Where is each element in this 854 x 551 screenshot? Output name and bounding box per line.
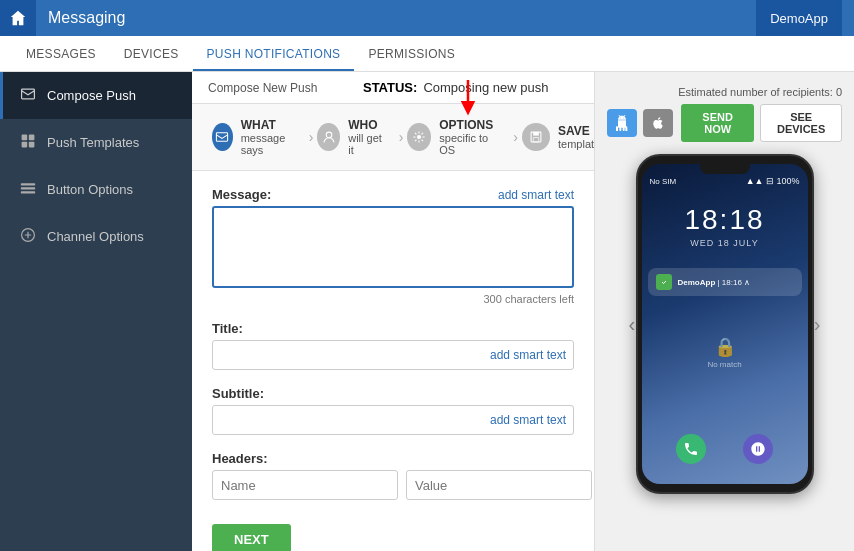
- subtitle-smart-text[interactable]: add smart text: [490, 413, 566, 427]
- compose-push-icon: [19, 86, 37, 105]
- sidebar-item-compose-push[interactable]: Compose Push: [0, 72, 192, 119]
- sidebar: Compose Push Push Templates: [0, 72, 192, 551]
- status-bar: STATUS: Composing new push: [333, 80, 578, 95]
- step-who-text: WHO will get it: [348, 118, 382, 156]
- svg-rect-3: [22, 142, 28, 148]
- phone-screen: No SIM ▲▲ ⊟ 100% 18:18 WED 18 JULY: [642, 164, 808, 484]
- svg-rect-4: [29, 142, 35, 148]
- step-save[interactable]: SAVE template: [522, 119, 594, 155]
- notif-text: DemoApp | 18:16 ∧: [678, 278, 794, 287]
- phone-next-button[interactable]: ›: [810, 305, 825, 344]
- content-area: Compose New Push STATUS: Composing new p…: [192, 72, 594, 551]
- phone-app-icon: [743, 434, 773, 464]
- lock-icon-area: 🔒 No match: [642, 336, 808, 369]
- phone-bottom-icons: [642, 434, 808, 464]
- sidebar-label-channel-options: Channel Options: [47, 229, 144, 244]
- top-header: Messaging DemoApp: [0, 0, 854, 36]
- headers-inputs: − +: [212, 470, 574, 500]
- compose-new-push-label: Compose New Push: [208, 81, 317, 95]
- sidebar-item-channel-options[interactable]: Channel Options: [0, 213, 192, 260]
- subtitle-label: Subtitle:: [212, 386, 574, 401]
- svg-rect-9: [217, 133, 228, 141]
- preview-top: Estimated number of recipients: 0: [595, 82, 854, 146]
- svg-rect-2: [29, 135, 35, 141]
- next-button[interactable]: NEXT: [212, 524, 291, 551]
- notif-expand-icon: ∧: [744, 278, 750, 287]
- svg-rect-14: [533, 138, 539, 142]
- svg-rect-7: [21, 191, 35, 193]
- send-now-button[interactable]: SEND NOW: [681, 104, 754, 142]
- step-who[interactable]: WHO will get it: [317, 114, 394, 160]
- sidebar-label-compose-push: Compose Push: [47, 88, 136, 103]
- channel-options-icon: [19, 227, 37, 246]
- see-devices-button[interactable]: SEE DEVICES: [760, 104, 842, 142]
- notif-app-name: DemoApp: [678, 278, 716, 287]
- message-textarea[interactable]: [212, 206, 574, 288]
- step-options[interactable]: OPTIONS specific to OS: [407, 114, 509, 160]
- tab-permissions[interactable]: PERMISSIONS: [354, 39, 469, 71]
- recipients-text: Estimated number of recipients: 0: [607, 86, 842, 98]
- svg-rect-5: [21, 183, 35, 185]
- action-buttons: SEND NOW SEE DEVICES: [681, 104, 842, 142]
- title-label: Title:: [212, 321, 574, 336]
- svg-rect-6: [21, 187, 35, 189]
- svg-point-10: [326, 132, 332, 138]
- headers-value-input[interactable]: [406, 470, 592, 500]
- phone-no-sim: No SIM: [650, 177, 677, 186]
- sidebar-label-push-templates: Push Templates: [47, 135, 139, 150]
- compose-topbar: Compose New Push STATUS: Composing new p…: [192, 72, 594, 104]
- step-arrow-2: ›: [399, 129, 404, 145]
- title-smart-text[interactable]: add smart text: [490, 348, 566, 362]
- sidebar-item-push-templates[interactable]: Push Templates: [0, 119, 192, 166]
- message-smart-text[interactable]: add smart text: [498, 188, 574, 202]
- notif-app-icon: [656, 274, 672, 290]
- phone-status-bar: No SIM ▲▲ ⊟ 100%: [642, 174, 808, 188]
- step-options-text: OPTIONS specific to OS: [439, 118, 497, 156]
- android-platform-button[interactable]: [607, 109, 637, 137]
- step-what-text: WHAT message says: [241, 118, 293, 156]
- apple-platform-button[interactable]: [643, 109, 673, 137]
- subtitle-input-wrapper: add smart text: [212, 405, 574, 435]
- notif-time-val: 18:16: [722, 278, 742, 287]
- sidebar-label-button-options: Button Options: [47, 182, 133, 197]
- status-label: STATUS:: [363, 80, 417, 95]
- subtitle-row: Subtitle: add smart text: [212, 386, 574, 435]
- message-row: Message: add smart text 300 characters l…: [212, 187, 574, 305]
- tab-messages[interactable]: MESSAGES: [12, 39, 110, 71]
- form-area: Message: add smart text 300 characters l…: [192, 171, 594, 551]
- title-input-wrapper: add smart text: [212, 340, 574, 370]
- step-save-text: SAVE template: [558, 124, 594, 150]
- main-layout: Compose Push Push Templates: [0, 72, 854, 551]
- notification-bar: DemoApp | 18:16 ∧: [648, 268, 802, 296]
- headers-name-input[interactable]: [212, 470, 398, 500]
- push-templates-icon: [19, 133, 37, 152]
- home-icon[interactable]: [0, 0, 36, 36]
- step-arrow-1: ›: [309, 129, 314, 145]
- headers-row-container: Headers: − +: [212, 451, 574, 500]
- svg-point-15: [660, 278, 668, 286]
- phone-date: WED 18 JULY: [642, 238, 808, 248]
- status-text: Composing new push: [423, 80, 548, 95]
- step-who-icon: [317, 123, 340, 151]
- step-what-icon: [212, 123, 233, 151]
- lock-label: No match: [642, 360, 808, 369]
- svg-rect-0: [22, 89, 35, 99]
- phone-shell: No SIM ▲▲ ⊟ 100% 18:18 WED 18 JULY: [636, 154, 814, 494]
- step-what[interactable]: WHAT message says: [212, 114, 305, 160]
- step-options-icon: [407, 123, 431, 151]
- svg-point-11: [417, 135, 421, 139]
- tab-devices[interactable]: DEVICES: [110, 39, 193, 71]
- nav-tabs: MESSAGES DEVICES PUSH NOTIFICATIONS PERM…: [0, 36, 854, 72]
- phone-time: 18:18: [642, 204, 808, 236]
- phone-container: ‹ No SIM ▲▲ ⊟ 100% 18:18 WED 18 JULY: [625, 154, 825, 494]
- preview-panel: Estimated number of recipients: 0: [594, 72, 854, 551]
- headers-label: Headers:: [212, 451, 574, 466]
- steps-bar: WHAT message says › WHO will get it ›: [192, 104, 594, 171]
- button-options-icon: [19, 180, 37, 199]
- sidebar-item-button-options[interactable]: Button Options: [0, 166, 192, 213]
- tab-push-notifications[interactable]: PUSH NOTIFICATIONS: [193, 39, 355, 71]
- platform-icons: [607, 109, 673, 137]
- app-title: Messaging: [48, 9, 756, 27]
- message-label: Message: add smart text: [212, 187, 574, 202]
- demo-app-label[interactable]: DemoApp: [756, 0, 842, 36]
